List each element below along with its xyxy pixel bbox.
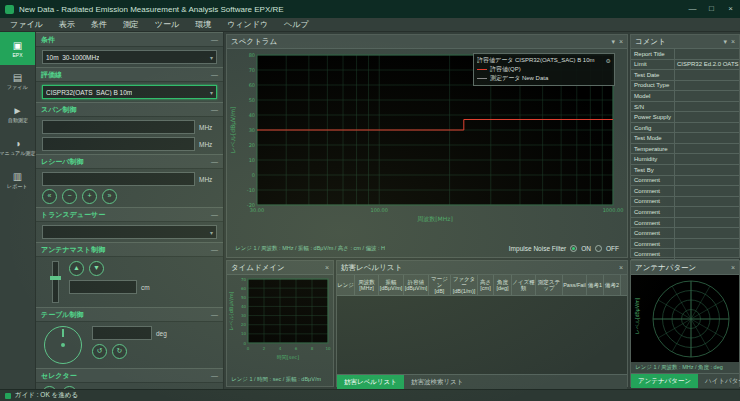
sidebar-item-report[interactable]: ▥レポート: [0, 164, 35, 197]
collapse-icon[interactable]: —: [211, 372, 218, 379]
noise-list-column-header[interactable]: Pass/Fail: [563, 275, 587, 295]
collapse-icon[interactable]: —: [211, 158, 218, 165]
noise-list-column-header[interactable]: レンジ: [337, 275, 355, 295]
comment-field-value[interactable]: CISPR32 Ed.2.0 OATS or SAC Cl: [675, 61, 739, 67]
panel-menu-icon[interactable]: ▾: [723, 38, 727, 46]
comment-field-label: Humidity: [631, 154, 675, 164]
mast-height-slider[interactable]: [52, 261, 59, 303]
comment-row: Model: [631, 91, 739, 102]
panel-close-icon[interactable]: ×: [619, 264, 623, 271]
noise-list-column-header[interactable]: 周波数 [MHz]: [355, 275, 379, 295]
noise-list-tab-1[interactable]: 妨害波検索リスト: [404, 375, 470, 389]
turntable-ccw-button[interactable]: ↺: [92, 344, 107, 359]
noise-list-column-header[interactable]: 備考1: [587, 275, 604, 295]
menu-item-environment[interactable]: 環境: [187, 18, 219, 32]
collapse-icon[interactable]: —: [211, 106, 218, 113]
section-turntable-control[interactable]: テーブル制御 —: [36, 307, 223, 322]
menu-item-measure[interactable]: 測定: [115, 18, 147, 32]
comment-field-label: Comment: [631, 207, 675, 217]
mast-slider-thumb[interactable]: [50, 276, 61, 280]
collapse-icon[interactable]: —: [211, 71, 218, 78]
comment-field-label: Model: [631, 91, 675, 101]
transducer-select[interactable]: ▾: [42, 225, 217, 239]
turntable-dial[interactable]: [44, 326, 82, 364]
noise-list-column-header[interactable]: マージン [dB]: [429, 275, 451, 295]
noise-list-column-header[interactable]: 測定ステップ: [536, 275, 563, 295]
noise-list-column-header[interactable]: 許容値 [dBμV/m]: [404, 275, 429, 295]
noise-list-column-header[interactable]: 高さ [cm]: [478, 275, 494, 295]
panel-close-icon[interactable]: ×: [325, 264, 329, 271]
noise-list-body[interactable]: [337, 296, 627, 374]
receiver-tune-up-button[interactable]: +: [82, 189, 97, 204]
impulse-filter-on-radio[interactable]: [570, 245, 577, 252]
maximize-button[interactable]: □: [702, 0, 721, 18]
antenna-tab-1[interactable]: ハイトパターン: [698, 374, 740, 388]
legend-limit-data[interactable]: 許容値データ CISPR32(OATS_SAC) B 10m: [477, 56, 603, 65]
panel-close-icon[interactable]: ×: [731, 264, 735, 271]
sidebar-item-auto-measure[interactable]: ►自動測定: [0, 98, 35, 131]
panel-menu-icon[interactable]: ▾: [611, 38, 615, 46]
condition-preset-select[interactable]: 10m_30-1000MHz ▾: [42, 50, 217, 64]
section-selector[interactable]: セレクター —: [36, 368, 223, 383]
menu-item-file[interactable]: ファイル: [2, 18, 51, 32]
sidebar-item-label: EPX: [12, 52, 22, 58]
mast-up-button[interactable]: ▲: [69, 261, 84, 276]
section-selector-title: セレクター: [41, 371, 77, 381]
sidebar-item-label: マニュアル測定: [0, 150, 36, 156]
chevron-down-icon: ▾: [210, 54, 213, 61]
timedomain-chart[interactable]: 0246810010203040506070時間[sec]レベル[dBμV/m]: [227, 275, 333, 374]
noise-list-column-header[interactable]: 角度 [deg]: [494, 275, 512, 295]
antenna-polar-chart[interactable]: [631, 275, 739, 362]
noise-list-column-header[interactable]: ノイズ種類: [512, 275, 536, 295]
menu-item-view[interactable]: 表示: [51, 18, 83, 32]
noise-list-column-header[interactable]: 振幅 [dBμV/m]: [379, 275, 404, 295]
span-stop-input[interactable]: [42, 137, 195, 151]
impulse-filter-on-label[interactable]: ON: [581, 245, 591, 252]
sidebar-item-epx[interactable]: ▣EPX: [0, 32, 35, 65]
mast-height-input[interactable]: [69, 280, 137, 294]
section-limit-line[interactable]: 評価線 —: [36, 67, 223, 82]
turntable-cw-button[interactable]: ↻: [112, 344, 127, 359]
svg-text:2: 2: [263, 346, 266, 351]
gear-icon[interactable]: ⚙: [606, 57, 611, 64]
noise-list-tab-0[interactable]: 妨害レベルリスト: [337, 375, 404, 389]
menu-item-window[interactable]: ウィンドウ: [219, 18, 276, 32]
section-condition[interactable]: 条件 —: [36, 32, 223, 47]
section-receiver-control[interactable]: レシーバ制御 —: [36, 154, 223, 169]
receiver-step-up-button[interactable]: »: [102, 189, 117, 204]
span-start-input[interactable]: [42, 120, 195, 134]
limit-line-select[interactable]: CISPR32(OATS_SAC) B 10m ▾: [42, 85, 217, 99]
panel-close-icon[interactable]: ×: [731, 38, 735, 46]
comment-row: Comment: [631, 218, 739, 229]
close-button[interactable]: ×: [721, 0, 740, 18]
section-transducer[interactable]: トランスデューサー —: [36, 207, 223, 222]
panel-close-icon[interactable]: ×: [619, 38, 623, 46]
collapse-icon[interactable]: —: [211, 36, 218, 43]
collapse-icon[interactable]: —: [211, 311, 218, 318]
impulse-filter-off-radio[interactable]: [595, 245, 602, 252]
menu-item-help[interactable]: ヘルプ: [276, 18, 317, 32]
sidebar-item-manual-measure[interactable]: ◑マニュアル測定: [0, 131, 35, 164]
collapse-icon[interactable]: —: [211, 246, 218, 253]
comment-row: Power Supply: [631, 112, 739, 123]
antenna-tab-0[interactable]: アンテナパターン: [631, 374, 698, 388]
noise-list-column-header[interactable]: 備考2: [604, 275, 621, 295]
svg-text:40: 40: [249, 112, 255, 118]
nav-sidebar: ▣EPX▤ファイル►自動測定◑マニュアル測定▥レポート: [0, 32, 36, 389]
sidebar-item-files[interactable]: ▤ファイル: [0, 65, 35, 98]
menu-item-tools[interactable]: ツール: [147, 18, 187, 32]
section-antenna-mast-control[interactable]: アンテナマスト制御 —: [36, 242, 223, 257]
receiver-step-down-button[interactable]: «: [42, 189, 57, 204]
minimize-button[interactable]: —: [683, 0, 702, 18]
receiver-frequency-input[interactable]: [42, 172, 195, 186]
menu-item-condition[interactable]: 条件: [83, 18, 115, 32]
impulse-filter-off-label[interactable]: OFF: [606, 245, 619, 252]
svg-text:30.00: 30.00: [250, 207, 264, 213]
receiver-tune-down-button[interactable]: −: [62, 189, 77, 204]
control-panel: 条件 — 10m_30-1000MHz ▾ 評価線 — CISPR32(OATS…: [36, 32, 224, 389]
turntable-angle-input[interactable]: [92, 326, 152, 340]
noise-list-column-header[interactable]: ファクター [dB(1/m)]: [451, 275, 478, 295]
section-span-control[interactable]: スパン制御 —: [36, 102, 223, 117]
mast-down-button[interactable]: ▼: [89, 261, 104, 276]
collapse-icon[interactable]: —: [211, 211, 218, 218]
